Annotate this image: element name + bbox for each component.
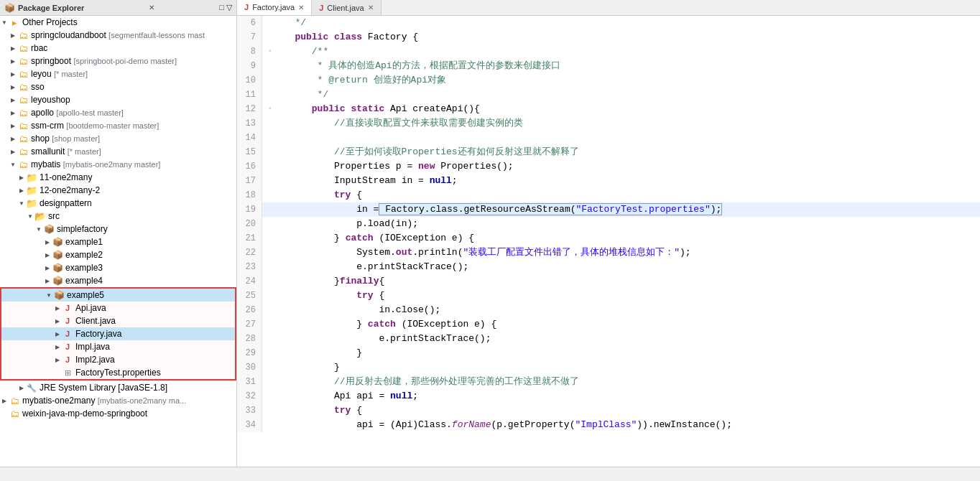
- tree-item-leyoushop[interactable]: 🗂 leyoushop: [0, 93, 236, 106]
- code-line-15: 15 //至于如何读取Properties还有如何反射这里就不解释了: [237, 145, 980, 159]
- example3-label: example3: [65, 263, 103, 273]
- code-line-21: 21 } catch (IOException e) {: [237, 231, 980, 246]
- line-num-20: 20: [237, 217, 262, 231]
- arrow-smallunit: [9, 149, 17, 155]
- java-icon-api: J: [62, 302, 73, 314]
- folder-icon-11: 📁: [26, 172, 37, 183]
- project-icon-leyoushop: 🗂: [17, 94, 29, 106]
- code-content-10: * @return 创造好的Api对象: [278, 73, 980, 88]
- menu-icon[interactable]: ▽: [226, 3, 232, 12]
- line-num-19: 19: [237, 202, 262, 217]
- line-num-6: 6: [237, 16, 262, 30]
- tree-item-simplefactory[interactable]: 📦 simplefactory: [0, 223, 236, 235]
- code-content-31: //用反射去创建，那些例外处理等完善的工作这里就不做了: [278, 375, 980, 389]
- tree-item-mybatis-bottom[interactable]: 🗂 mybatis-one2many [mybatis-one2many ma.…: [0, 394, 236, 407]
- tree-item-factory-java[interactable]: J Factory.java: [1, 327, 235, 340]
- tree-item-designpattern[interactable]: 📁 designpattern: [0, 197, 236, 210]
- code-content-6: */: [278, 16, 980, 30]
- project-icon-leyou: 🗂: [17, 68, 29, 80]
- tab-client-java[interactable]: J Client.java ✕: [312, 0, 381, 15]
- code-content-13: //直接读取配置文件来获取需要创建实例的类: [278, 116, 980, 131]
- tree-item-api-java[interactable]: J Api.java: [1, 302, 235, 314]
- code-content-32: Api api = null;: [278, 389, 980, 403]
- arrow-simplefactory: [34, 226, 43, 233]
- tree-item-ssm-crm[interactable]: 🗂 ssm-crm [bootdemo-master master]: [0, 119, 236, 132]
- tab-factory-java[interactable]: J Factory.java ✕: [237, 0, 312, 15]
- tree-item-example1[interactable]: 📦 example1: [0, 235, 236, 248]
- code-line-8: 8 ◦ /**: [237, 45, 980, 59]
- arrow-impl: [53, 344, 62, 350]
- tree-item-sso[interactable]: 🗂 sso: [0, 80, 236, 93]
- code-line-6: 6 */: [237, 16, 980, 30]
- tree-item-rbac[interactable]: 🗂 rbac: [0, 42, 236, 55]
- panel-title: Package Explorer: [18, 4, 84, 12]
- code-line-7: 7 public class Factory {: [237, 30, 980, 45]
- line-num-9: 9: [237, 59, 262, 73]
- client-java-label: Client.java: [75, 316, 116, 326]
- tree-item-apollo[interactable]: 🗂 apollo [apollo-test master]: [0, 106, 236, 119]
- panel-close-icon[interactable]: ✕: [149, 4, 154, 11]
- tree-item-impl-java[interactable]: J Impl.java: [1, 340, 235, 353]
- tree-item-factorytest-prop[interactable]: ⊞ FactoryTest.properties: [1, 366, 235, 379]
- package-explorer-icon: 📦: [4, 3, 15, 13]
- tree-item-weixin[interactable]: 🗂 weixin-java-mp-demo-springboot: [0, 407, 236, 420]
- tree-item-client-java[interactable]: J Client.java: [1, 314, 235, 327]
- collapse-all-icon[interactable]: □: [219, 3, 224, 12]
- arrow-example3: [43, 265, 52, 271]
- arrow-shop: [9, 136, 17, 142]
- line-num-33: 33: [237, 403, 262, 418]
- tree-item-11-one2many[interactable]: 📁 11-one2many: [0, 171, 236, 184]
- java-icon-impl: J: [62, 341, 73, 352]
- tab-client-close[interactable]: ✕: [368, 4, 374, 11]
- impl-java-label: Impl.java: [75, 342, 110, 352]
- tree-item-smallunit[interactable]: 🗂 smallunit [* master]: [0, 145, 236, 158]
- code-content-21: } catch (IOException e) {: [278, 231, 980, 246]
- line-num-30: 30: [237, 360, 262, 375]
- code-line-19: 19 in = Factory.class.getResourceAsStrea…: [237, 202, 980, 217]
- tree-item-jre[interactable]: 🔧 JRE System Library [JavaSE-1.8]: [0, 380, 236, 394]
- tree-item-12-one2many-2[interactable]: 📁 12-one2many-2: [0, 184, 236, 197]
- code-line-25: 25 try {: [237, 289, 980, 303]
- code-content-30: }: [278, 360, 980, 375]
- tree-item-shop[interactable]: 🗂 shop [shop master]: [0, 132, 236, 145]
- code-editor[interactable]: 6 */ 7 public class Factory { 8 ◦ /** 9: [237, 16, 980, 467]
- line-num-13: 13: [237, 116, 262, 131]
- tab-factory-label: Factory.java: [252, 3, 295, 11]
- line-num-7: 7: [237, 30, 262, 45]
- tree-item-example2[interactable]: 📦 example2: [0, 248, 236, 261]
- code-content-12: public static Api createApi(){: [278, 102, 980, 116]
- tab-java-icon-factory: J: [244, 3, 249, 11]
- mybatis-label: mybatis [mybatis-one2many master]: [31, 159, 160, 169]
- tree-item-springboot[interactable]: 🗂 springboot [springboot-poi-demo master…: [0, 55, 236, 67]
- tree-item-example3[interactable]: 📦 example3: [0, 261, 236, 274]
- tab-factory-close[interactable]: ✕: [298, 4, 304, 11]
- line-num-23: 23: [237, 260, 262, 274]
- arrow-12: [17, 187, 26, 194]
- arrow-mybatis-bottom: [0, 398, 9, 404]
- status-bar: [0, 467, 980, 481]
- line-num-24: 24: [237, 274, 262, 289]
- java-icon-impl2: J: [62, 354, 73, 365]
- code-line-29: 29 }: [237, 346, 980, 360]
- tree-item-mybatis[interactable]: 🗂 mybatis [mybatis-one2many master]: [0, 158, 236, 171]
- line-num-22: 22: [237, 246, 262, 260]
- tree-item-example4[interactable]: 📦 example4: [0, 274, 236, 287]
- project-icon-rbac: 🗂: [17, 42, 29, 54]
- code-line-24: 24 }finally{: [237, 274, 980, 289]
- code-content-22: System.out.println("装载工厂配置文件出错了，具体的堆栈信息如…: [278, 246, 980, 260]
- tree-item-other-projects[interactable]: ▸ Other Projects: [0, 16, 236, 29]
- factory-java-label: Factory.java: [75, 329, 121, 339]
- arrow-springboot: [9, 58, 17, 65]
- tree-item-src[interactable]: 📂 src: [0, 210, 236, 223]
- 12-one2many-2-label: 12-one2many-2: [40, 185, 100, 195]
- pkg-icon-ex4: 📦: [52, 275, 63, 286]
- arrow-jre: [17, 385, 26, 391]
- tree-item-springcloudandboot[interactable]: 🗂 springcloudandboot [segmentfault-lesso…: [0, 29, 236, 42]
- tree-item-example5[interactable]: 📦 example5: [1, 289, 235, 302]
- package-explorer-panel: 📦 Package Explorer ✕ □ ▽ ▸ Other Project…: [0, 0, 237, 467]
- line-num-32: 32: [237, 389, 262, 403]
- weixin-label: weixin-java-mp-demo-springboot: [22, 408, 147, 419]
- tree-item-impl2-java[interactable]: J Impl2.java: [1, 353, 235, 366]
- line-num-12: 12: [237, 102, 262, 116]
- tree-item-leyou[interactable]: 🗂 leyou [* master]: [0, 67, 236, 80]
